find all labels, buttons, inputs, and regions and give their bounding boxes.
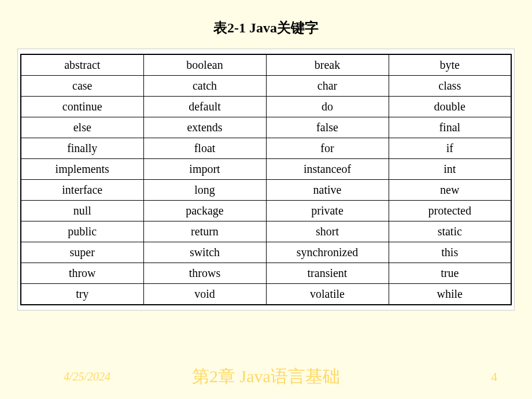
table-cell: float bbox=[143, 138, 266, 159]
footer-date: 4/25/2024 bbox=[64, 370, 110, 383]
table-cell: else bbox=[21, 117, 143, 138]
table-cell: short bbox=[266, 221, 389, 242]
table-cell: package bbox=[143, 201, 266, 221]
table-cell: final bbox=[389, 117, 511, 138]
table-cell: this bbox=[389, 242, 511, 263]
table-cell: abstract bbox=[21, 54, 143, 76]
table-row: nullpackageprivateprotected bbox=[21, 201, 511, 221]
table-cell: catch bbox=[143, 76, 266, 97]
table-cell: int bbox=[389, 159, 511, 180]
table-row: interfacelongnativenew bbox=[21, 180, 511, 201]
table-cell: import bbox=[143, 159, 266, 180]
table-cell: extends bbox=[143, 117, 266, 138]
table-row: superswitchsynchronizedthis bbox=[21, 242, 511, 263]
table-cell: char bbox=[266, 76, 389, 97]
table-cell: if bbox=[389, 138, 511, 159]
table-row: elseextendsfalsefinal bbox=[21, 117, 511, 138]
table-row: tryvoidvolatilewhile bbox=[21, 284, 511, 305]
table-cell: for bbox=[266, 138, 389, 159]
table-container: abstractbooleanbreakbytecasecatchcharcla… bbox=[17, 49, 515, 311]
table-row: implementsimportinstanceofint bbox=[21, 159, 511, 180]
table-cell: return bbox=[143, 221, 266, 242]
table-cell: synchronized bbox=[266, 242, 389, 263]
table-cell: continue bbox=[21, 97, 143, 117]
table-cell: true bbox=[389, 263, 511, 284]
table-row: casecatchcharclass bbox=[21, 76, 511, 97]
keywords-table: abstractbooleanbreakbytecasecatchcharcla… bbox=[20, 54, 512, 305]
table-cell: protected bbox=[389, 201, 511, 221]
table-cell: interface bbox=[21, 180, 143, 201]
footer-chapter: 第2章 Java语言基础 bbox=[192, 365, 340, 389]
table-cell: void bbox=[143, 284, 266, 305]
table-cell: finally bbox=[21, 138, 143, 159]
table-title: 表2-1 Java关键字 bbox=[0, 0, 532, 49]
table-cell: try bbox=[21, 284, 143, 305]
slide-footer: 4/25/2024 第2章 Java语言基础 4 bbox=[0, 365, 532, 389]
table-row: continuedefaultdodouble bbox=[21, 97, 511, 117]
table-cell: case bbox=[21, 76, 143, 97]
table-cell: false bbox=[266, 117, 389, 138]
table-cell: class bbox=[389, 76, 511, 97]
table-cell: long bbox=[143, 180, 266, 201]
table-row: throwthrowstransienttrue bbox=[21, 263, 511, 284]
table-cell: byte bbox=[389, 54, 511, 76]
table-cell: while bbox=[389, 284, 511, 305]
table-cell: native bbox=[266, 180, 389, 201]
table-cell: implements bbox=[21, 159, 143, 180]
table-cell: switch bbox=[143, 242, 266, 263]
table-cell: break bbox=[266, 54, 389, 76]
table-cell: throw bbox=[21, 263, 143, 284]
table-cell: new bbox=[389, 180, 511, 201]
table-cell: throws bbox=[143, 263, 266, 284]
table-row: publicreturnshortstatic bbox=[21, 221, 511, 242]
table-cell: volatile bbox=[266, 284, 389, 305]
table-cell: do bbox=[266, 97, 389, 117]
table-cell: static bbox=[389, 221, 511, 242]
table-cell: boolean bbox=[143, 54, 266, 76]
table-cell: null bbox=[21, 201, 143, 221]
table-cell: private bbox=[266, 201, 389, 221]
table-cell: default bbox=[143, 97, 266, 117]
table-row: finallyfloatforif bbox=[21, 138, 511, 159]
table-cell: transient bbox=[266, 263, 389, 284]
footer-page: 4 bbox=[491, 370, 497, 385]
table-cell: super bbox=[21, 242, 143, 263]
table-cell: public bbox=[21, 221, 143, 242]
table-row: abstractbooleanbreakbyte bbox=[21, 54, 511, 76]
table-cell: instanceof bbox=[266, 159, 389, 180]
table-cell: double bbox=[389, 97, 511, 117]
